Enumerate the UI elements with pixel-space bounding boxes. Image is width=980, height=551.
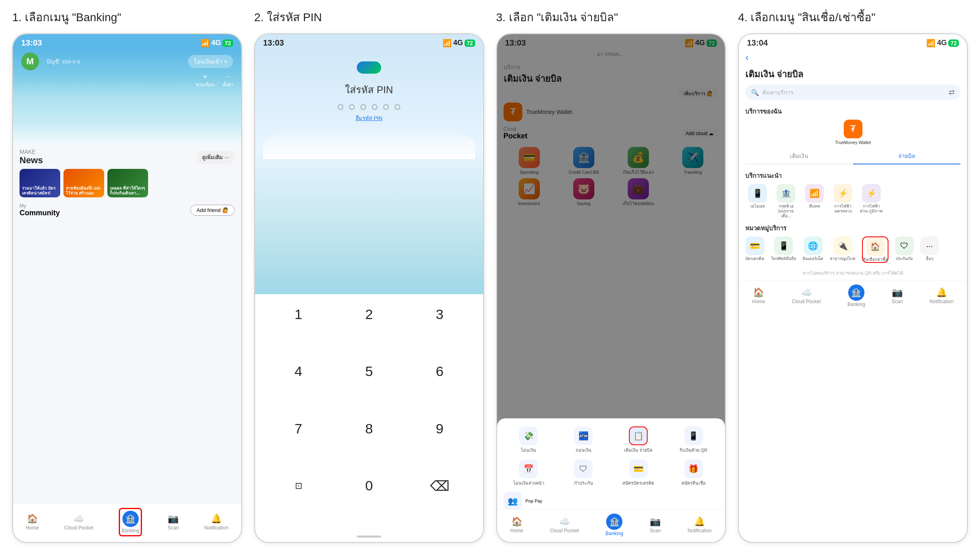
- phone1-frame: 13:03 📶 4G 72 M ปัญชี: xxx-x-x โอนเง: [12, 33, 242, 543]
- nav-scan[interactable]: 📷 Scan: [892, 287, 903, 304]
- add-services-button[interactable]: เพิ่มบริการ 🙋: [678, 87, 718, 99]
- rec-kbank[interactable]: 🏦 กรุพฟ์ เอ (แบบรายเดื่อ...: [774, 184, 798, 219]
- gi-internet[interactable]: 🌐 อินเตอร์เน็ต: [803, 236, 823, 263]
- spending-icon-cell[interactable]: 💳 Spending: [504, 147, 555, 175]
- bs-guarantee[interactable]: 🛡 กำประกัน: [557, 459, 610, 487]
- tab-paybill[interactable]: จ่ายบิล: [853, 148, 960, 164]
- home-bar-area: [255, 531, 483, 542]
- invite-friend-action[interactable]: ✈ ชวนเพื่อน: [196, 74, 215, 88]
- home-icon: 🏠: [27, 514, 38, 524]
- truemoney-my-service[interactable]: ₮ TrueMoney Wallet: [745, 120, 960, 145]
- nav-notification[interactable]: 🔔 Notification: [688, 516, 712, 534]
- collect-cell[interactable]: 💼 เก็บไว้ค่อยหย่อน: [613, 178, 664, 206]
- nav-home[interactable]: 🏠 Home: [752, 287, 765, 304]
- nav-banking[interactable]: 🏦 Banking: [119, 508, 142, 536]
- key-9[interactable]: 9: [404, 412, 475, 445]
- gi-phone[interactable]: 📱 โทรศัพท์มือถือ: [771, 236, 796, 263]
- scan-icon: 📷: [168, 514, 179, 524]
- news-card-2[interactable]: สายช้อปต้องนี่! แบ่งไว้จ่าย สร้างเอง: [63, 169, 104, 197]
- tab-topup[interactable]: เติมเงิน: [745, 148, 853, 164]
- key-3[interactable]: 3: [404, 298, 475, 331]
- news-card-1[interactable]: รวมมาให้แล้ว บัตรเครดิตน่าสมัคร!: [20, 169, 60, 197]
- rec-ais[interactable]: 📱 เอไอเอส: [745, 184, 770, 219]
- investment-cell[interactable]: 📈 Investment: [504, 178, 555, 206]
- key-8[interactable]: 8: [334, 412, 404, 445]
- rec-mea[interactable]: ⚡ การไฟฟ้าส่วน ภูมิภาค: [859, 184, 884, 219]
- bs-credit-apply[interactable]: 💳 สมัครบัตรเครดิต: [612, 459, 665, 487]
- pin-dots: [338, 104, 400, 110]
- nav-scan[interactable]: 📷 Scan: [650, 516, 661, 534]
- key-0[interactable]: 0: [334, 470, 404, 502]
- nav-notification[interactable]: 🔔 Notification: [930, 287, 954, 304]
- loan-apply-icon: 🎁: [684, 459, 703, 478]
- phone1-header: M ปัญชี: xxx-x-x โอนเงินเข้า + ✈ ชวนเพื่…: [13, 49, 241, 95]
- key-7[interactable]: 7: [263, 412, 334, 445]
- add-friend-button[interactable]: Add friend 🙋: [190, 205, 235, 216]
- bs-topup-paybill[interactable]: 📋 เติมเงิน จ่ายบิล: [612, 426, 665, 454]
- personal-saving-cell[interactable]: 💰 เงินเก็บไว้ยืมเอง: [613, 147, 664, 175]
- bs-withdraw[interactable]: 🏧 ถอนเงิน: [557, 426, 610, 454]
- key-backspace[interactable]: ⌫: [404, 470, 475, 502]
- nav-home[interactable]: 🏠 Home: [26, 514, 39, 531]
- nav-home[interactable]: 🏠 Home: [510, 516, 523, 534]
- gi-util[interactable]: 🔌 สาธารณูปโภค: [830, 236, 856, 263]
- news-card-3[interactable]: เหตุผล ที่ทำให้ใครๆ ก็ประกันเดินทา...: [107, 169, 148, 197]
- back-button[interactable]: ‹: [739, 49, 967, 66]
- bs-loan-apply[interactable]: 🎁 สมัครสินเชื่อ: [667, 459, 720, 487]
- key-face-id[interactable]: ⊡: [263, 470, 334, 502]
- nav-cloud-pocket[interactable]: ☁️ Cloud Pocket: [550, 516, 579, 534]
- nav-banking[interactable]: 🏦 Banking: [605, 514, 623, 536]
- phone1-time: 13:03: [21, 38, 42, 48]
- gi-loan[interactable]: 🏠 สินเชื่อ/เช่าซื้อ: [862, 236, 888, 263]
- bs-transfer[interactable]: 💸 โอนเงิน: [502, 426, 555, 454]
- nav-cloud-pocket[interactable]: ☁️ Cloud Pocket: [792, 287, 821, 304]
- phone3-time: 13:03: [505, 38, 526, 48]
- home-icon: 🏠: [511, 516, 522, 527]
- phone3-frame: 13:03 📶 4G 72 ดา รกัสสะ... บริการ เติมเง…: [496, 33, 726, 543]
- recommended-section: บริการแนะนำ 📱 เอไอเอส 🏦 กรุพฟ์ เอ (แบบรา…: [739, 168, 967, 222]
- topup-button[interactable]: โอนเงินเข้า +: [188, 55, 233, 68]
- rec-pea[interactable]: ⚡ การไฟฟ้า นครหลวง: [831, 184, 855, 219]
- cloud-decoration: [263, 127, 475, 159]
- pin-dot-6: [395, 104, 400, 110]
- truemoney-service-row[interactable]: ₮ TrueMoney Wallet: [497, 99, 725, 125]
- key-2[interactable]: 2: [334, 298, 404, 331]
- gi-other[interactable]: ··· อื่นๆ: [920, 236, 939, 263]
- more-icon: ⋯: [225, 74, 231, 80]
- key-4[interactable]: 4: [263, 355, 334, 388]
- nav-scan[interactable]: 📷 Scan: [168, 514, 179, 531]
- search-icon: 🔍: [751, 89, 759, 96]
- settings-action[interactable]: ⋯ ตั้งค่า: [223, 74, 233, 88]
- gi-insurance[interactable]: 🛡 ประกันภัย: [895, 236, 914, 263]
- rec-dtac[interactable]: 📶 ดีแทค: [802, 184, 827, 219]
- credit-card-bill-cell[interactable]: 🏦 Credit Card Bill: [558, 147, 609, 175]
- phone4-time: 13:04: [747, 38, 768, 48]
- bs-receive-qr[interactable]: 📱 รับเงินด้วย QR: [667, 426, 720, 454]
- key-5[interactable]: 5: [334, 355, 404, 388]
- nav-banking[interactable]: 🏦 Banking: [847, 284, 865, 307]
- nav-cloud-pocket[interactable]: ☁️ Cloud Pocket: [64, 514, 93, 531]
- phone2-time: 13:03: [263, 38, 284, 48]
- phone4-frame: 13:04 📶 4G 72 ‹ เติมเงิน จ่ายบิล 🔍 ค้นหา…: [738, 33, 968, 543]
- pin-forgot-link[interactable]: ลืมรหัส PIN: [356, 114, 382, 122]
- phone1-content: MAKE News ดูเพิ่มเติม ··· รวมมาให้แล้ว บ…: [13, 144, 241, 503]
- battery-badge: 72: [707, 39, 717, 47]
- cloud-icon: ☁️: [73, 514, 84, 524]
- saving-cell[interactable]: 🐷 Saving: [558, 178, 609, 206]
- search-bar[interactable]: 🔍 ค้นหาบริการ ⇄: [745, 85, 960, 100]
- nav-notification[interactable]: 🔔 Notification: [204, 514, 228, 531]
- phone4-status-bar: 13:04 📶 4G 72: [739, 34, 967, 49]
- guarantee-icon: 🛡: [574, 459, 593, 478]
- key-1[interactable]: 1: [263, 298, 334, 331]
- add-services-row: เพิ่มบริการ 🙋: [497, 87, 725, 99]
- pop-pay-icon: 👥: [504, 492, 522, 510]
- gi-credit[interactable]: 💳 บัตรเครดิต: [745, 236, 764, 263]
- account-number: ปัญชี: xxx-x-x: [46, 57, 80, 66]
- traveling-cell[interactable]: ✈️ Traveling: [667, 147, 718, 175]
- add-cloud-button[interactable]: Add cloud ☁: [681, 129, 719, 138]
- phone3-bottom-nav: 🏠 Home ☁️ Cloud Pocket 🏦 Banking 📷 Scan …: [497, 509, 725, 542]
- bs-scheduled-transfer[interactable]: 📅 โอนเงินล่วงหน้า: [502, 459, 555, 487]
- view-more-button[interactable]: ดูเพิ่มเติม ···: [196, 151, 234, 164]
- saving-icon: 🐷: [573, 178, 594, 199]
- key-6[interactable]: 6: [404, 355, 475, 388]
